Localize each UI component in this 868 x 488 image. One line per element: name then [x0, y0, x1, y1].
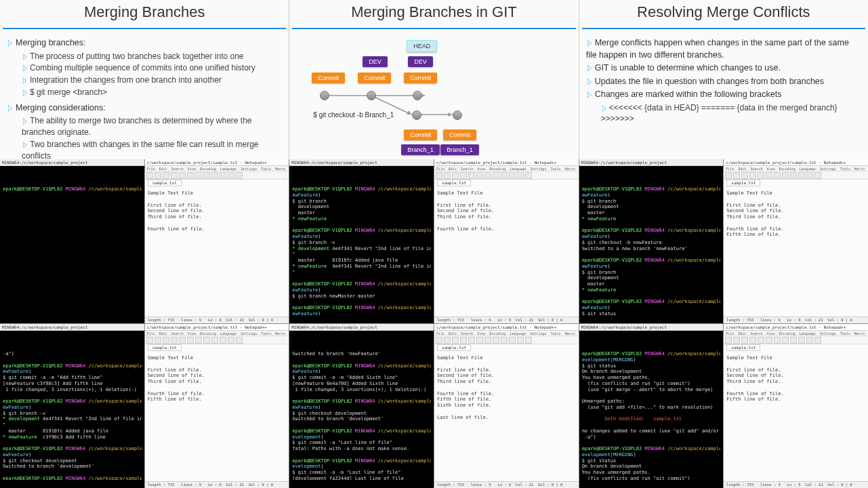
- editor-tab: sample.txt: [437, 344, 471, 351]
- window-titlebar: c/workspace/sample_project/sample.txt - …: [434, 159, 579, 166]
- editor-menu: File Edit Search View Encoding Language …: [145, 331, 289, 336]
- editor-menu: File Edit Search View Encoding Language …: [145, 166, 289, 171]
- editor-screenshot: c/workspace/sample_project/sample.txt - …: [434, 159, 579, 323]
- bullet: ▷Merge conflicts happen when changes in …: [586, 37, 861, 61]
- editor-status: length : 733 lines : 9 Ln : 8 Col : 21 S…: [145, 481, 289, 488]
- terminal-body: epark@DESKTOP-V1QPL82 MINGW64 /c/workspa…: [582, 186, 721, 315]
- editor-body: Sample Text File First line of file. Sec…: [148, 190, 287, 315]
- bullet-heading: ▷Merging branches:: [7, 37, 282, 49]
- editor-body: Sample Text File First line of file. Sec…: [148, 355, 287, 480]
- window-titlebar: c/workspace/sample_project/sample.txt - …: [145, 159, 289, 166]
- terminal-screenshot: MINGW64:/c/workspace/sample_project -a")…: [0, 324, 144, 488]
- editor-screenshot: c/workspace/sample_project/sample.txt - …: [434, 324, 579, 488]
- panel-title: Resolving Merge Conflicts: [582, 0, 865, 29]
- terminal-screenshot: MINGW64:/c/workspace/sample_project epar…: [579, 324, 724, 488]
- panel-title: Merging Branches: [3, 0, 286, 29]
- editor-status: length : 733 lines : 9 Ln : 8 Col : 21 S…: [434, 317, 579, 323]
- editor-menu: File Edit Search View Encoding Language …: [724, 331, 868, 336]
- editor-body: Sample Text File First line of file. Sec…: [437, 190, 576, 315]
- editor-tab: sample.txt: [726, 344, 760, 351]
- editor-tab: sample.txt: [726, 180, 760, 186]
- slides-row: Merging Branches ▷Merging branches: ▷The…: [0, 0, 868, 159]
- editor-toolbar: [145, 336, 289, 344]
- bullet: ▷$ git merge <branch>: [22, 87, 282, 98]
- panel-merging-git-diagram: Merging Branches in GIT HEAD DEV DEV Com…: [289, 0, 579, 159]
- commit-box: Commit: [404, 129, 437, 140]
- window-titlebar: MINGW64:/c/workspace/sample_project: [579, 324, 724, 331]
- commit-box: Commit: [312, 73, 345, 83]
- editor-screenshot: c/workspace/sample_project/sample.txt - …: [724, 159, 868, 323]
- panel-content: ▷Merge conflicts happen when changes in …: [579, 35, 868, 127]
- panel-merging-branches: Merging Branches ▷Merging branches: ▷The…: [0, 0, 289, 159]
- window-titlebar: c/workspace/sample_project/sample.txt - …: [434, 324, 579, 331]
- terminal-body: epark@DESKTOP-V1QPL82 MINGW64 /c/workspa…: [292, 186, 431, 315]
- head-box: HEAD: [407, 40, 437, 52]
- editor-toolbar: [434, 171, 579, 180]
- commit-box: Commit: [404, 73, 437, 83]
- bullet: ▷Integration the changes from one branch…: [22, 75, 282, 86]
- editor-body: Sample Text File First line of file. Sec…: [437, 355, 576, 480]
- editor-screenshot: c/workspace/sample_project/sample.txt - …: [145, 159, 289, 323]
- editor-tab: sample.txt: [437, 180, 471, 186]
- terminal-screenshot: MINGW64:/c/workspace/sample_project epar…: [0, 159, 144, 323]
- commit-box: Commit: [358, 73, 391, 83]
- bullet: ▷Changes are marked within the following…: [586, 89, 861, 101]
- branch-box: Branch_1: [401, 144, 440, 155]
- editor-status: length : 733 lines : 9 Ln : 8 Col : 21 S…: [145, 317, 289, 323]
- editor-status: length : 733 lines : 9 Ln : 8 Col : 21 S…: [434, 481, 579, 488]
- editor-toolbar: [724, 171, 868, 180]
- svg-marker-5: [448, 113, 452, 117]
- commit-box: Commit: [443, 129, 476, 140]
- bullet: ▷Combing multiple sequence of commits in…: [22, 62, 282, 74]
- terminal-body: Switched to branch 'newFeature' epark@DE…: [292, 351, 431, 480]
- editor-toolbar: [724, 336, 868, 344]
- checkout-label: $ git checkout -b Branch_1: [313, 111, 394, 119]
- editor-status: length : 733 lines : 9 Ln : 8 Col : 21 S…: [724, 481, 868, 488]
- bullet: ▷The process of putting two branches bac…: [22, 51, 282, 62]
- bullet: ▷Updates the file in question with chang…: [586, 76, 861, 88]
- editor-menu: File Edit Search View Encoding Language …: [434, 166, 579, 171]
- bullet: ▷Two branches with changes in the same f…: [22, 139, 282, 162]
- window-titlebar: MINGW64:/c/workspace/sample_project: [0, 324, 144, 331]
- terminal-screenshot: MINGW64:/c/workspace/sample_project epar…: [579, 159, 724, 323]
- window-titlebar: c/workspace/sample_project/sample.txt - …: [724, 159, 868, 166]
- dev-box: DEV: [408, 56, 433, 67]
- bullet: ▷The ability to merge two branches is de…: [22, 115, 282, 138]
- editor-toolbar: [145, 171, 289, 180]
- bullet-heading: ▷Merging considerations:: [7, 102, 282, 115]
- editor-screenshot: c/workspace/sample_project/sample.txt - …: [145, 324, 289, 488]
- terminal-screenshot: MINGW64:/c/workspace/sample_project epar…: [289, 159, 434, 323]
- editor-toolbar: [434, 336, 579, 344]
- window-titlebar: c/workspace/sample_project/sample.txt - …: [145, 324, 289, 331]
- editor-menu: File Edit Search View Encoding Language …: [434, 331, 579, 336]
- window-titlebar: MINGW64:/c/workspace/sample_project: [0, 159, 144, 166]
- editor-body: Sample Text File First line of file. Sec…: [726, 355, 865, 480]
- bullet-sub: ▷<<<<<<< {data in HEAD} ======= {data in…: [601, 102, 861, 125]
- panel-title: Merging Branches in GIT: [292, 0, 575, 29]
- editor-tab: sample.txt: [148, 344, 182, 351]
- panel-resolving-conflicts: Resolving Merge Conflicts ▷Merge conflic…: [579, 0, 868, 159]
- editor-body: Sample Text File First line of file. Sec…: [726, 190, 865, 315]
- branch-box: Branch_1: [440, 144, 479, 155]
- git-branch-diagram: HEAD DEV DEV Commit Commit Commit Commit…: [289, 35, 578, 163]
- window-titlebar: MINGW64:/c/workspace/sample_project: [289, 324, 434, 331]
- terminal-body: epark@DESKTOP-V1QPL82 MINGW64 /c/workspa…: [582, 351, 721, 480]
- editor-tab: sample.txt: [148, 180, 182, 186]
- bullet: ▷GIT is unable to determine which change…: [586, 62, 861, 75]
- dev-box: DEV: [363, 56, 388, 67]
- window-titlebar: MINGW64:/c/workspace/sample_project: [579, 159, 724, 166]
- window-titlebar: MINGW64:/c/workspace/sample_project: [289, 159, 434, 166]
- terminal-screenshot: MINGW64:/c/workspace/sample_project Swit…: [289, 324, 434, 488]
- terminal-body: epark@DESKTOP-V1QPL82 MINGW64 /c/workspa…: [3, 186, 142, 315]
- terminal-body: -a") epark@DESKTOP-V1QPL82 MINGW64 /c/wo…: [3, 351, 142, 480]
- editor-menu: File Edit Search View Encoding Language …: [724, 166, 868, 171]
- screenshot-grid: MINGW64:/c/workspace/sample_project epar…: [0, 159, 868, 488]
- window-titlebar: c/workspace/sample_project/sample.txt - …: [724, 324, 868, 331]
- editor-status: length : 733 lines : 9 Ln : 8 Col : 21 S…: [724, 317, 868, 323]
- editor-screenshot: c/workspace/sample_project/sample.txt - …: [724, 324, 868, 488]
